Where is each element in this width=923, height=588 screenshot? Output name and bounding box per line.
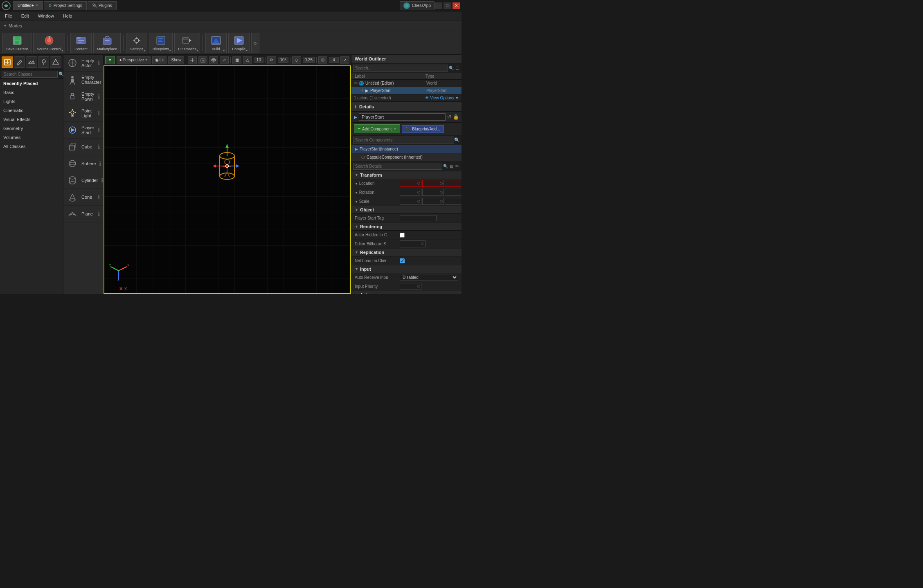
tab-close-icon[interactable]: ✕ xyxy=(36,4,38,7)
vp-arrow-button[interactable]: ↗ xyxy=(220,56,229,64)
scale-y-input[interactable]: 1.0 xyxy=(423,199,439,204)
rotation-z-input[interactable]: 0.0 xyxy=(446,190,462,195)
tab-untitled[interactable]: Untitled+ ✕ xyxy=(13,1,43,10)
search-classes-input[interactable] xyxy=(2,71,58,78)
actor-section-header[interactable]: ▼ Actor xyxy=(351,291,462,294)
input-priority-spin-icon[interactable]: ⬡ xyxy=(417,284,421,289)
replication-section-header[interactable]: ▼ Replication xyxy=(351,249,462,256)
net-load-checkbox[interactable] xyxy=(400,258,405,263)
category-volumes[interactable]: Volumes xyxy=(0,133,63,142)
settings-button[interactable]: Settings ▼ xyxy=(126,33,147,53)
marketplace-button[interactable]: Marketplace xyxy=(93,33,121,53)
vp-perspective-button[interactable]: ● Perspective ▼ xyxy=(117,56,151,64)
viewport[interactable]: X Y Z ✕ X xyxy=(104,65,351,294)
maximize-button[interactable]: □ xyxy=(443,2,451,9)
vp-snap-button[interactable]: △ xyxy=(243,56,252,64)
actor-item-empty-pawn[interactable]: Empty Pawn ℹ xyxy=(63,88,103,105)
actor-item-sphere[interactable]: Sphere ℹ xyxy=(63,155,103,172)
search-components-input[interactable] xyxy=(353,137,454,144)
details-grid-icon[interactable]: ▦ xyxy=(449,163,454,169)
minimize-button[interactable]: — xyxy=(434,2,442,9)
vp-globe-button[interactable] xyxy=(209,56,218,64)
build-button[interactable]: Build ▼ xyxy=(205,33,227,53)
scale-y-spin-icon[interactable]: ⬡ xyxy=(439,199,443,204)
actor-item-empty-actor[interactable]: Empty Actor ℹ xyxy=(63,55,103,72)
actor-item-cylinder[interactable]: Cylinder ℹ xyxy=(63,172,103,189)
actor-item-point-light[interactable]: Point Light ℹ xyxy=(63,105,103,122)
input-section-header[interactable]: ▼ Input xyxy=(351,265,462,273)
menu-help[interactable]: Help xyxy=(61,13,74,19)
comp-playerstart-instance[interactable]: ▶ PlayerStart(Instance) xyxy=(351,145,462,153)
vp-show-button[interactable]: Show xyxy=(168,56,184,64)
vp-grid-button[interactable]: ▦ xyxy=(232,56,241,64)
blueprints-button[interactable]: Blueprints ▼ xyxy=(149,33,173,53)
rotation-x-input[interactable]: 0.0 xyxy=(401,190,417,195)
save-current-button[interactable]: Save Current xyxy=(2,33,32,53)
mode-paint-button[interactable] xyxy=(14,56,25,68)
vp-maximize-button[interactable]: ⤢ xyxy=(340,56,349,64)
menu-window[interactable]: Window xyxy=(36,13,56,19)
location-y-spin-icon[interactable]: ⬡ xyxy=(439,181,443,186)
category-basic[interactable]: Basic xyxy=(0,88,63,97)
menu-edit[interactable]: Edit xyxy=(20,13,31,19)
tab-project-settings[interactable]: ⚙ Project Settings xyxy=(44,1,87,10)
location-y-input[interactable]: 0.0 xyxy=(423,181,439,186)
actor-item-empty-character[interactable]: Empty Character ℹ xyxy=(63,72,103,88)
category-lights[interactable]: Lights xyxy=(0,97,63,106)
billboard-spin-icon[interactable]: ⬡ xyxy=(421,242,425,246)
details-eye-icon[interactable]: 👁 xyxy=(454,163,460,169)
actor-lock-icon[interactable]: 🔒 xyxy=(453,114,459,120)
rotation-y-input[interactable]: 0.0 xyxy=(423,190,439,195)
category-cinematic[interactable]: Cinematic xyxy=(0,106,63,115)
outliner-search-icon[interactable]: 🔍 xyxy=(448,65,455,71)
search-details-icon[interactable]: 🔍 xyxy=(442,163,449,169)
scale-x-input[interactable]: 1.0 xyxy=(401,199,417,204)
outliner-item-untitled[interactable]: 👁 🌐 Untitled (Editor) World xyxy=(351,80,462,87)
category-all-classes[interactable]: All Classes xyxy=(0,142,63,151)
transform-section-header[interactable]: ▼ Transform xyxy=(351,171,462,179)
actor-item-cube[interactable]: Cube ℹ xyxy=(63,139,103,155)
location-x-spin-icon[interactable]: ⬡ xyxy=(417,181,421,186)
auto-receive-dropdown[interactable]: Disabled Player 0 xyxy=(400,274,458,281)
rotation-y-spin-icon[interactable]: ⬡ xyxy=(439,190,443,195)
category-recently-placed[interactable]: Recently Placed xyxy=(0,79,63,88)
add-component-button[interactable]: + Add Component ▼ xyxy=(354,124,400,133)
close-button[interactable]: ✕ xyxy=(452,2,460,9)
vp-layers-button[interactable]: ⊞ xyxy=(318,56,327,64)
vp-lit-button[interactable]: ◉ Lit xyxy=(152,56,167,64)
search-details-input[interactable] xyxy=(353,163,442,170)
actor-item-player-start[interactable]: Player Start ℹ xyxy=(63,122,103,139)
vp-angle-snap-button[interactable]: ⟳ xyxy=(267,56,276,64)
player-start-tag-input[interactable]: None xyxy=(400,215,437,221)
toolbar-more-button[interactable]: » xyxy=(251,33,259,53)
mode-landscape-button[interactable] xyxy=(26,56,37,68)
actor-item-cone[interactable]: Cone ℹ xyxy=(63,189,103,206)
compile-button[interactable]: Compile ▼ xyxy=(228,33,250,53)
input-priority-input[interactable]: 0 xyxy=(401,284,417,289)
actor-item-plane[interactable]: Plane ℹ xyxy=(63,206,103,222)
category-geometry[interactable]: Geometry xyxy=(0,124,63,133)
actor-name-input[interactable] xyxy=(359,113,446,121)
location-z-input[interactable]: 0.0 xyxy=(446,181,462,186)
vp-scale-snap-button[interactable]: ◇ xyxy=(292,56,301,64)
vp-translate-button[interactable] xyxy=(188,56,197,64)
outliner-search-input[interactable] xyxy=(353,65,448,72)
blueprint-button[interactable]: ⬛ Blueprint/Add... xyxy=(402,125,443,133)
outliner-settings-icon[interactable]: ☰ xyxy=(455,65,460,71)
object-section-header[interactable]: ▼ Object xyxy=(351,206,462,214)
search-components-icon[interactable]: 🔍 xyxy=(454,137,460,143)
scale-x-spin-icon[interactable]: ⬡ xyxy=(417,199,421,204)
view-options-button[interactable]: 👁 View Options ▼ xyxy=(425,96,459,100)
tab-plugins[interactable]: 🔌 Plugins xyxy=(88,1,117,10)
mode-place-button[interactable] xyxy=(2,56,13,68)
category-visual-effects[interactable]: Visual Effects xyxy=(0,115,63,124)
source-control-button[interactable]: Source Control ▼ xyxy=(33,33,65,53)
scale-z-input[interactable]: 1.0 xyxy=(446,199,462,204)
cinematics-button[interactable]: Cinematics ▼ xyxy=(174,33,200,53)
actor-hidden-checkbox[interactable] xyxy=(400,233,405,238)
outliner-item-playerstart[interactable]: 👁 ▶ PlayerStart PlayerStart xyxy=(351,87,462,94)
vp-camera-button[interactable] xyxy=(198,56,207,64)
comp-capsule-inherited[interactable]: ⬡ CapsuleComponent (Inherited) xyxy=(351,153,462,162)
mode-geometry-button[interactable] xyxy=(50,56,61,68)
location-x-input[interactable]: 0.0 xyxy=(401,181,417,186)
